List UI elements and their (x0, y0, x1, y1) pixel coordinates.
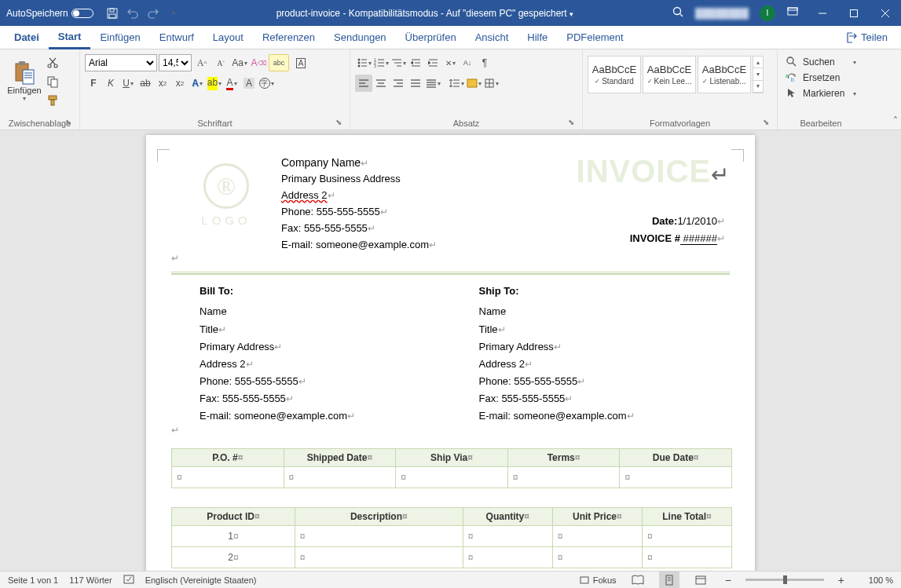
shading-button[interactable] (465, 75, 482, 92)
tab-references[interactable]: Referenzen (253, 26, 324, 49)
underline-button[interactable]: U (119, 75, 137, 92)
cut-button[interactable] (44, 54, 61, 71)
tab-draw[interactable]: Entwurf (150, 26, 203, 49)
text-effects-button[interactable]: A (189, 75, 206, 92)
minimize-button[interactable] (807, 0, 838, 26)
find-button[interactable]: Suchen▾ (782, 54, 859, 70)
change-case-button[interactable]: Aa (231, 54, 248, 71)
svg-rect-23 (49, 96, 57, 100)
zoom-in-button[interactable]: + (835, 574, 848, 586)
page-indicator[interactable]: Seite 1 von 1 (8, 575, 58, 585)
tab-insert[interactable]: Einfügen (90, 26, 149, 49)
font-size-select[interactable]: 14,5 (159, 54, 192, 71)
close-button[interactable] (870, 0, 901, 26)
clear-formatting-button[interactable]: A⌫ (250, 54, 267, 71)
read-mode-button[interactable] (628, 572, 648, 589)
bold-button[interactable]: F (85, 75, 102, 92)
svg-point-27 (357, 62, 360, 64)
borders-button[interactable] (482, 75, 500, 92)
font-name-select[interactable]: Arial (85, 54, 157, 71)
search-icon[interactable] (672, 5, 684, 20)
tab-help[interactable]: Hilfe (518, 26, 557, 49)
word-count[interactable]: 117 Wörter (69, 575, 112, 585)
align-center-button[interactable] (372, 75, 390, 92)
align-left-button[interactable] (355, 75, 372, 92)
dialog-launcher-icon[interactable]: ⬊ (761, 117, 771, 126)
print-layout-button[interactable] (659, 572, 679, 589)
distributed-button[interactable] (424, 75, 441, 92)
shrink-font-button[interactable]: Aˇ (212, 54, 229, 71)
zoom-out-button[interactable]: − (722, 574, 734, 586)
collapse-ribbon-icon[interactable]: ˄ (893, 115, 898, 126)
font-color-button[interactable]: A (223, 75, 240, 92)
save-icon[interactable] (106, 7, 119, 20)
qat-dropdown-icon[interactable] (167, 7, 180, 20)
sort-button[interactable]: A↓ (459, 54, 476, 71)
redo-icon[interactable] (147, 7, 159, 20)
numbering-button[interactable]: 123 (372, 54, 390, 71)
ribbon-display-icon[interactable] (786, 5, 799, 20)
asian-layout-button[interactable]: ✕ (441, 54, 459, 71)
paste-button[interactable]: Einfügen ▾ (5, 53, 44, 109)
user-avatar[interactable]: I (760, 5, 775, 21)
decrease-indent-button[interactable] (407, 54, 424, 71)
highlight-button[interactable]: ab (206, 75, 223, 92)
align-right-button[interactable] (390, 75, 407, 92)
grow-font-button[interactable]: A^ (193, 54, 211, 71)
group-label: Schriftart⬊ (85, 117, 345, 128)
tab-file[interactable]: Datei (5, 26, 49, 49)
focus-mode-button[interactable]: Fokus (579, 575, 617, 586)
maximize-button[interactable] (838, 0, 870, 26)
strike-button[interactable]: ab (137, 75, 154, 92)
multilevel-list-button[interactable] (390, 54, 407, 71)
dialog-launcher-icon[interactable]: ⬊ (64, 117, 73, 126)
tab-layout[interactable]: Layout (203, 26, 253, 49)
svg-point-17 (48, 64, 51, 68)
zoom-slider[interactable] (745, 579, 824, 581)
document-title: product-invoice - Kompatibilitätsmodus -… (186, 8, 664, 19)
format-painter-button[interactable] (44, 92, 61, 109)
style-standard[interactable]: AaBbCcE ✓Standard (588, 56, 641, 93)
increase-indent-button[interactable] (424, 54, 441, 71)
dialog-launcher-icon[interactable]: ⬊ (334, 117, 343, 126)
svg-rect-12 (19, 61, 25, 65)
page[interactable]: ® LOGO Company Name↵ Primary Business Ad… (146, 135, 755, 571)
character-shading-button[interactable]: A (240, 75, 258, 92)
italic-button[interactable]: K (102, 75, 119, 92)
styles-gallery-scroll[interactable]: ▴▾▾ (753, 56, 764, 93)
show-marks-button[interactable]: ¶ (476, 54, 493, 71)
document-area[interactable]: ® LOGO Company Name↵ Primary Business Ad… (0, 130, 901, 571)
group-label: Zwischenablage⬊ (5, 117, 75, 128)
web-layout-button[interactable] (690, 572, 711, 589)
tab-start[interactable]: Start (49, 26, 91, 49)
undo-icon[interactable] (126, 7, 139, 20)
user-name[interactable]: ████████ (695, 8, 749, 19)
dialog-launcher-icon[interactable]: ⬊ (566, 117, 576, 126)
bullets-button[interactable] (355, 54, 372, 71)
svg-rect-5 (788, 8, 797, 15)
align-justify-button[interactable] (407, 75, 424, 92)
tab-review[interactable]: Überprüfen (396, 26, 466, 49)
copy-button[interactable] (44, 73, 61, 90)
phonetic-guide-button[interactable]: abc (269, 54, 289, 71)
autosave-toggle[interactable]: AutoSpeichern (0, 8, 100, 19)
tab-mailings[interactable]: Sendungen (324, 26, 396, 49)
subscript-button[interactable]: x2 (154, 75, 171, 92)
style-list[interactable]: AaBbCcE ✓Listenab... (698, 56, 751, 93)
tab-pdfelement[interactable]: PDFelement (557, 26, 632, 49)
style-no-spacing[interactable]: AaBbCcE ✓Kein Lee... (643, 56, 696, 93)
superscript-button[interactable]: x2 (171, 75, 189, 92)
svg-rect-2 (109, 14, 115, 18)
share-button[interactable]: Teilen (837, 31, 896, 45)
shipping-info-table: P.O. #¤ Shipped Date¤ Ship Via¤ Terms¤ D… (171, 448, 732, 488)
line-spacing-button[interactable] (448, 75, 465, 92)
replace-button[interactable]: ab Ersetzen (782, 70, 859, 86)
language-indicator[interactable]: Englisch (Vereinigte Staaten) (145, 575, 257, 585)
zoom-level[interactable]: 100 % (859, 575, 893, 585)
svg-rect-1 (110, 9, 114, 12)
character-border-button[interactable]: A (291, 54, 311, 71)
enclose-characters-button[interactable]: 字 (258, 75, 275, 92)
proofing-icon[interactable] (123, 574, 134, 586)
tab-view[interactable]: Ansicht (466, 26, 518, 49)
select-button[interactable]: Markieren▾ (782, 86, 859, 101)
